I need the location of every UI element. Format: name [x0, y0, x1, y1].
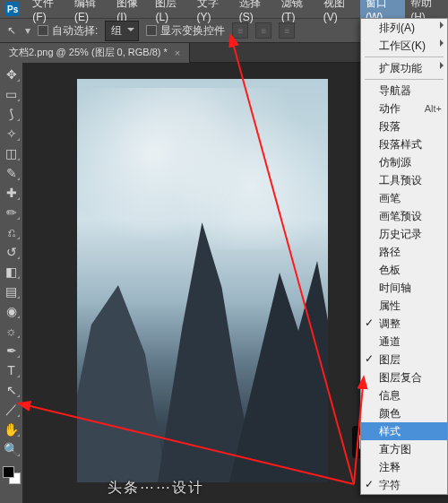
menu-item-label: 路径 — [379, 246, 401, 258]
eraser-tool[interactable]: ◧ — [3, 264, 21, 280]
menu-item-仿制源[interactable]: 仿制源 — [361, 153, 447, 171]
menu-item-label: 色板 — [379, 264, 401, 276]
menu-item-扩展功能[interactable]: 扩展功能 — [361, 59, 447, 77]
blur-tool[interactable]: ◉ — [3, 303, 21, 319]
path-select-tool[interactable]: ↖ — [3, 382, 21, 398]
stamp-tool[interactable]: ⎌ — [3, 224, 21, 240]
submenu-arrow-icon — [440, 39, 444, 47]
menu-item-图层[interactable]: ✓图层 — [361, 351, 447, 369]
menu-item-段落[interactable]: 段落 — [361, 117, 447, 135]
menu-item-色板[interactable]: 色板 — [361, 261, 447, 279]
menu-item-label: 图层复合 — [379, 371, 422, 384]
auto-select-target-select[interactable]: 组 — [105, 21, 139, 41]
patch-tool[interactable]: ✚ — [3, 185, 21, 201]
align-icon-2[interactable]: ≡ — [255, 22, 271, 39]
caption-text: 头条⋯⋯设计 — [108, 479, 204, 498]
marquee-tool[interactable]: ▭ — [3, 86, 21, 102]
submenu-arrow-icon — [440, 22, 444, 29]
menu-item-工具预设[interactable]: 工具预设 — [361, 171, 447, 189]
close-tab-icon[interactable]: × — [175, 48, 180, 58]
menu-滤镜[interactable]: 滤镜(T) — [276, 0, 318, 25]
color-swatches[interactable] — [3, 466, 21, 484]
dodge-tool[interactable]: ☼ — [3, 323, 21, 339]
menu-item-label: 直方图 — [379, 443, 411, 455]
menu-item-label: 调整 — [379, 317, 401, 330]
menu-item-label: 通道 — [379, 335, 401, 348]
menu-item-label: 扩展功能 — [379, 62, 422, 74]
menu-item-label: 仿制源 — [379, 156, 411, 169]
brush-tool[interactable]: ✏ — [3, 204, 21, 221]
line-tool[interactable]: ／ — [3, 402, 21, 418]
menubar: Ps 文件(F)编辑(E)图像(I)图层(L)文字(Y)选择(S)滤镜(T)视图… — [0, 0, 448, 18]
submenu-arrow-icon — [440, 62, 444, 69]
menu-item-label: 注释 — [379, 461, 401, 473]
menu-item-工作区(K)[interactable]: 工作区(K) — [361, 37, 447, 55]
document-title: 文档2.png @ 25% (图层 0, RGB/8) * — [9, 46, 168, 59]
menu-item-段落样式[interactable]: 段落样式 — [361, 135, 447, 153]
menu-item-label: 工作区(K) — [379, 39, 426, 52]
menu-item-label: 排列(A) — [379, 22, 415, 34]
menu-item-排列(A)[interactable]: 排列(A) — [361, 19, 447, 37]
menu-item-label: 画笔预设 — [379, 210, 422, 222]
foreground-swatch[interactable] — [3, 466, 14, 478]
lasso-tool[interactable]: ⟆ — [3, 106, 21, 122]
pen-tool[interactable]: ✒ — [3, 343, 21, 359]
crop-tool[interactable]: ◫ — [3, 145, 21, 161]
menu-item-label: 图层 — [379, 353, 401, 366]
document-tab[interactable]: 文档2.png @ 25% (图层 0, RGB/8) * × — [0, 43, 190, 63]
show-transform-option[interactable]: 显示变换控件 — [146, 23, 225, 39]
checkmark-icon: ✓ — [365, 316, 374, 330]
move-tool[interactable]: ✥ — [3, 66, 21, 82]
menu-item-颜色[interactable]: 颜色 — [361, 404, 447, 422]
menu-item-label: 动作 — [379, 102, 401, 115]
menu-item-label: 历史记录 — [379, 228, 422, 240]
menu-item-样式[interactable]: 样式 — [361, 422, 447, 440]
menu-文字[interactable]: 文字(Y) — [192, 0, 234, 25]
eyedropper-tool[interactable]: ✎ — [3, 165, 21, 181]
auto-select-option[interactable]: 自动选择: — [38, 23, 98, 39]
menu-item-直方图[interactable]: 直方图 — [361, 440, 447, 458]
menu-item-label: 字符 — [379, 479, 401, 491]
auto-select-checkbox[interactable] — [38, 25, 48, 36]
checkmark-icon: ✓ — [365, 351, 374, 366]
history-brush-tool[interactable]: ↺ — [3, 244, 21, 260]
menu-separator — [365, 56, 444, 57]
dropdown-toggle-icon[interactable]: ▾ — [25, 24, 30, 37]
menu-item-画笔预设[interactable]: 画笔预设 — [361, 207, 447, 225]
hand-tool[interactable]: ✋ — [3, 421, 21, 438]
menu-item-属性[interactable]: 属性 — [361, 297, 447, 315]
menu-item-label: 时间轴 — [379, 282, 411, 294]
menu-item-字符[interactable]: ✓字符 — [361, 476, 447, 494]
toolbox: ✥▭⟆✧◫✎✚✏⎌↺◧▤◉☼✒T↖／✋🔍 — [0, 63, 23, 503]
gradient-tool[interactable]: ▤ — [3, 283, 21, 299]
show-transform-checkbox[interactable] — [146, 25, 157, 36]
menu-视图[interactable]: 视图(V) — [318, 0, 360, 25]
menu-item-注释[interactable]: 注释 — [361, 458, 447, 476]
menu-item-画笔[interactable]: 画笔 — [361, 189, 447, 207]
menu-item-label: 导航器 — [379, 84, 411, 97]
zoom-tool[interactable]: 🔍 — [3, 441, 21, 457]
magic-wand-tool[interactable]: ✧ — [3, 126, 21, 142]
menu-item-label: 工具预设 — [379, 174, 422, 186]
align-icon-1[interactable]: ≡ — [232, 22, 248, 39]
align-icon-3[interactable]: ≡ — [279, 22, 295, 39]
menu-图层[interactable]: 图层(L) — [150, 0, 191, 25]
menu-item-图层复合[interactable]: 图层复合 — [361, 369, 447, 386]
text-tool[interactable]: T — [3, 362, 21, 378]
menu-item-通道[interactable]: 通道 — [361, 333, 447, 351]
menu-item-时间轴[interactable]: 时间轴 — [361, 279, 447, 297]
menu-文件[interactable]: 文件(F) — [27, 0, 69, 25]
menu-item-label: 段落样式 — [379, 138, 422, 151]
menu-item-信息[interactable]: 信息 — [361, 386, 447, 404]
menu-item-历史记录[interactable]: 历史记录 — [361, 225, 447, 243]
menu-item-导航器[interactable]: 导航器 — [361, 82, 447, 100]
move-tool-indicator-icon: ↖ — [5, 24, 18, 37]
menu-选择[interactable]: 选择(S) — [234, 0, 276, 25]
menu-item-调整[interactable]: ✓调整 — [361, 315, 447, 333]
menu-item-路径[interactable]: 路径 — [361, 243, 447, 261]
menu-item-label: 段落 — [379, 120, 401, 133]
shortcut-label: Alt+ — [425, 101, 442, 116]
menu-item-label: 信息 — [379, 389, 401, 402]
menu-item-动作[interactable]: 动作Alt+ — [361, 100, 447, 117]
canvas-image — [77, 79, 328, 482]
